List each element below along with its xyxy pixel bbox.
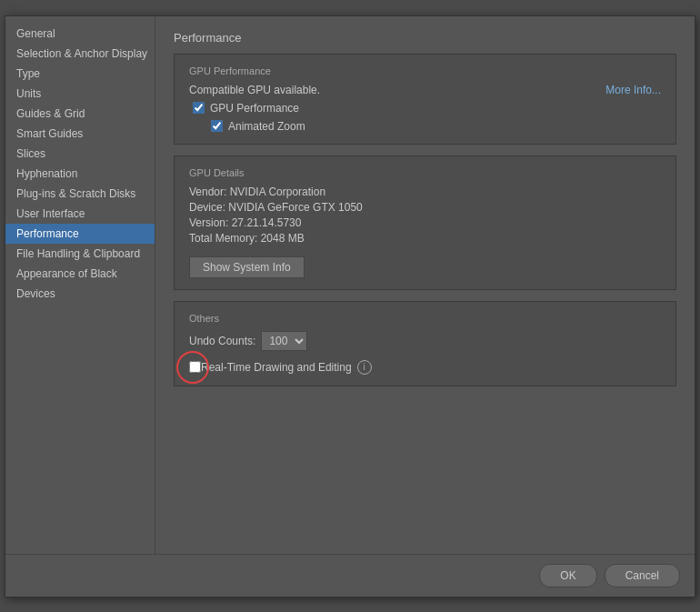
gpu-performance-label: GPU Performance	[210, 102, 299, 115]
gpu-memory: Total Memory: 2048 MB	[189, 232, 661, 245]
sidebar-item-units[interactable]: Units	[5, 84, 155, 104]
dialog-body: GeneralSelection & Anchor DisplayTypeUni…	[5, 16, 695, 554]
show-system-info-button[interactable]: Show System Info	[189, 256, 305, 278]
sidebar-item-type[interactable]: Type	[5, 64, 155, 84]
dialog-footer: OK Cancel	[5, 554, 695, 597]
others-title: Others	[189, 313, 661, 324]
preferences-dialog: GeneralSelection & Anchor DisplayTypeUni…	[5, 15, 695, 597]
sidebar-item-file-handling[interactable]: File Handling & Clipboard	[5, 244, 155, 264]
sidebar-item-guides-grid[interactable]: Guides & Grid	[5, 104, 155, 124]
gpu-performance-checkbox[interactable]	[193, 102, 205, 114]
compatible-text: Compatible GPU available.	[189, 84, 320, 96]
more-info-link[interactable]: More Info...	[605, 84, 661, 96]
info-icon[interactable]: i	[357, 360, 372, 375]
gpu-vendor: Vendor: NVIDIA Corporation	[189, 186, 661, 198]
others-card: Others Undo Counts: 50 100 150 200 Real-…	[174, 301, 676, 386]
gpu-details-title: GPU Details	[189, 167, 661, 178]
sidebar-item-smart-guides[interactable]: Smart Guides	[5, 124, 155, 144]
undo-select[interactable]: 50 100 150 200	[261, 331, 307, 351]
ok-button[interactable]: OK	[539, 564, 596, 587]
gpu-performance-row: GPU Performance	[193, 102, 661, 115]
sidebar-item-hyphenation[interactable]: Hyphenation	[5, 164, 155, 184]
animated-zoom-label: Animated Zoom	[228, 120, 305, 133]
main-content: Performance GPU Performance Compatible G…	[155, 16, 695, 554]
sidebar-item-general[interactable]: General	[5, 24, 155, 44]
gpu-device: Device: NVIDIA GeForce GTX 1050	[189, 201, 661, 214]
real-time-label: Real-Time Drawing and Editing	[201, 361, 352, 374]
section-title: Performance	[174, 31, 676, 45]
real-time-checkbox[interactable]	[189, 361, 201, 373]
gpu-card-title: GPU Performance	[189, 65, 661, 76]
gpu-performance-card: GPU Performance Compatible GPU available…	[174, 54, 676, 145]
sidebar-item-appearance-black[interactable]: Appearance of Black	[5, 264, 155, 284]
sidebar-item-slices[interactable]: Slices	[5, 144, 155, 164]
sidebar-item-performance[interactable]: Performance	[5, 224, 155, 244]
sidebar-item-plugins[interactable]: Plug-ins & Scratch Disks	[5, 184, 155, 204]
sidebar-item-devices[interactable]: Devices	[5, 284, 155, 304]
cancel-button[interactable]: Cancel	[605, 564, 680, 587]
real-time-row: Real-Time Drawing and Editing i	[189, 360, 661, 375]
gpu-details-card: GPU Details Vendor: NVIDIA Corporation D…	[174, 156, 676, 290]
undo-row: Undo Counts: 50 100 150 200	[189, 331, 661, 351]
gpu-info-row: Compatible GPU available. More Info...	[189, 84, 661, 96]
animated-zoom-row: Animated Zoom	[211, 120, 661, 133]
sidebar-item-user-interface[interactable]: User Interface	[5, 204, 155, 224]
animated-zoom-checkbox[interactable]	[211, 120, 223, 132]
undo-label: Undo Counts:	[189, 335, 255, 347]
gpu-version: Version: 27.21.14.5730	[189, 216, 661, 229]
sidebar-item-selection-anchor[interactable]: Selection & Anchor Display	[5, 44, 155, 64]
sidebar: GeneralSelection & Anchor DisplayTypeUni…	[5, 16, 155, 554]
